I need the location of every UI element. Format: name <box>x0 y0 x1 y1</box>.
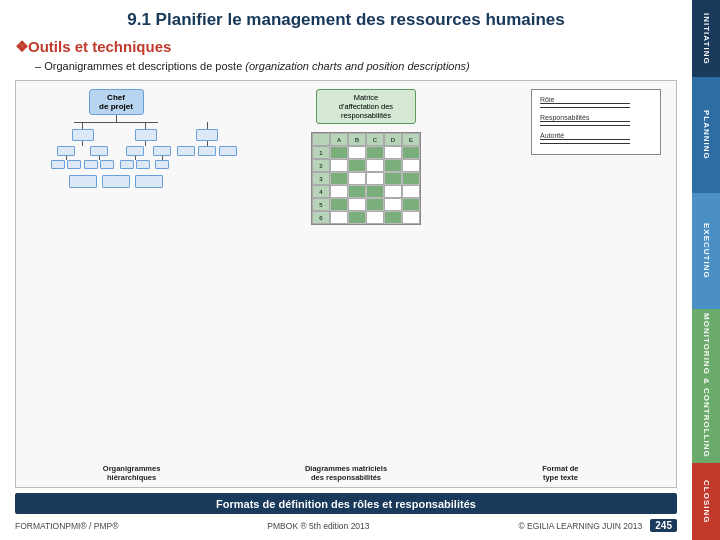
org-chart: Chefde projet <box>26 89 206 188</box>
sidebar-planning: PLANNING <box>692 77 720 193</box>
diagram-row: Chefde projet <box>26 89 666 459</box>
chef-box: Chefde projet <box>89 89 144 115</box>
matrix-section: Matriced'affectation desresponsabilités … <box>214 89 518 225</box>
footer: FORMATIONPMI® / PMP® PMBOK ® 5th edition… <box>15 519 677 532</box>
diagram-area: Chefde projet <box>15 80 677 488</box>
diagram-labels: Organigrammes hiérarchiques Diagrammes m… <box>26 464 666 482</box>
sidebar-initiating: INITIATING <box>692 0 720 77</box>
diagram-label-3: Format de type texte <box>455 464 666 482</box>
responsabilites-label: Responsabilités <box>540 114 652 126</box>
text-format-box: Rôle Responsabilités Autorité <box>531 89 661 155</box>
section-title: ❖Outils et techniques <box>15 38 677 56</box>
sidebar-closing: CLOSING <box>692 463 720 540</box>
role-label: Rôle <box>540 96 652 108</box>
matrix-label: Matriced'affectation desresponsabilités <box>316 89 416 124</box>
autorite-label: Autorité <box>540 132 652 144</box>
main-content: 9.1 Planifier le management des ressourc… <box>0 0 692 540</box>
footer-middle: PMBOK ® 5th edition 2013 <box>267 521 369 531</box>
page-title: 9.1 Planifier le management des ressourc… <box>15 10 677 30</box>
sidebar-right: INITIATING PLANNING EXECUTING MONITORING… <box>692 0 720 540</box>
subtitle-line: – Organigrammes et descriptions de poste… <box>15 60 677 72</box>
diagram-label-2: Diagrammes matriciels des responsabilité… <box>240 464 451 482</box>
diagram-label-1: Organigrammes hiérarchiques <box>26 464 237 482</box>
footer-left: FORMATIONPMI® / PMP® <box>15 521 119 531</box>
sidebar-executing: EXECUTING <box>692 193 720 309</box>
sidebar-monitoring: MONITORING & CONTROLLING <box>692 309 720 463</box>
bottom-banner: Formats de définition des rôles et respo… <box>15 493 677 514</box>
text-format-section: Rôle Responsabilités Autorité <box>526 89 666 155</box>
page-number: 245 <box>650 519 677 532</box>
footer-right: © EGILIA LEARNING JUIN 2013 245 <box>518 519 677 532</box>
